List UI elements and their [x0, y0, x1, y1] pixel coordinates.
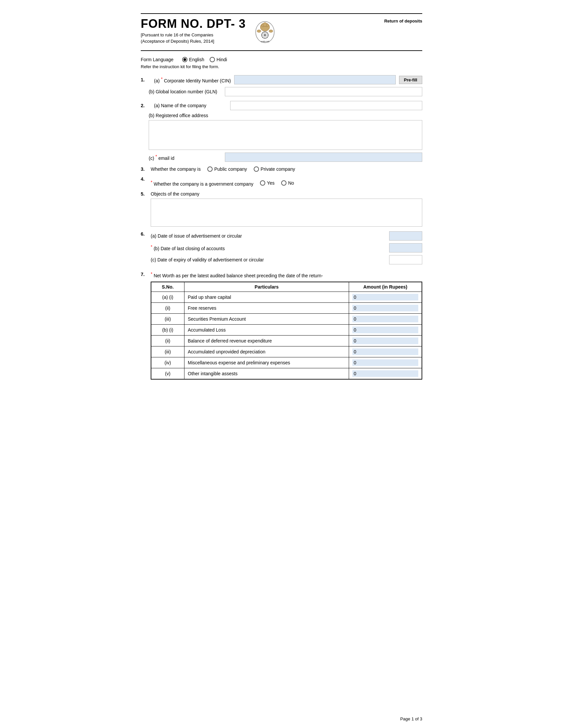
section-6-row: 6. (a) Date of issue of advertisement or…	[141, 231, 422, 267]
section-2b-block: (b) Registered office address	[149, 113, 422, 150]
table-row: (a) (i) Paid up share capital	[151, 292, 422, 303]
amount-input-4[interactable]	[352, 338, 418, 344]
section-1a-label: (a) * Corporate Identity Number (CIN)	[154, 76, 231, 83]
amount-input-0[interactable]	[352, 294, 418, 300]
section-7-content: * Net Worth as per the latest audited ba…	[151, 272, 422, 380]
date-closing-input[interactable]	[389, 243, 422, 252]
amount-input-1[interactable]	[352, 305, 418, 311]
cell-amount[interactable]	[349, 368, 422, 379]
header-left: FORM NO. DPT- 3 [Pursuant to rule 16 of …	[141, 17, 278, 47]
cell-sno: (ii)	[151, 336, 184, 346]
date-expiry-input[interactable]	[389, 255, 422, 264]
date-issue-input[interactable]	[389, 231, 422, 241]
section-2a-row: 2. (a) Name of the company	[141, 101, 422, 110]
cell-amount[interactable]	[349, 303, 422, 314]
cell-amount[interactable]	[349, 336, 422, 346]
section-5-content: Objects of the company	[151, 191, 422, 227]
section-1b-row: (b) Global location number (GLN)	[149, 87, 422, 96]
svg-text:सत्यमेव जयते: सत्यमेव जयते	[260, 40, 270, 43]
svg-point-12	[257, 30, 261, 32]
amount-input-6[interactable]	[352, 359, 418, 366]
radio-hindi[interactable]: Hindi	[210, 57, 227, 62]
amount-input-7[interactable]	[352, 370, 418, 377]
registered-address-textarea[interactable]	[149, 120, 422, 150]
radio-hindi-circle[interactable]	[210, 57, 215, 62]
gln-input[interactable]	[225, 87, 422, 96]
section-2b-label: (b) Registered office address	[149, 113, 208, 118]
radio-public-company[interactable]: Public company	[207, 166, 247, 172]
company-name-input[interactable]	[230, 101, 422, 110]
section-6a-row: (a) Date of issue of advertisement or ci…	[151, 231, 422, 241]
cell-sno: (ii)	[151, 303, 184, 314]
page-of-label: of	[415, 716, 419, 721]
objects-textarea[interactable]	[151, 199, 422, 227]
page-label: Page	[400, 716, 410, 721]
section-5-row: 5. Objects of the company	[141, 191, 422, 227]
section-1: 1. (a) * Corporate Identity Number (CIN)…	[141, 75, 422, 96]
cell-particulars: Securities Premium Account	[184, 314, 349, 325]
cell-amount[interactable]	[349, 346, 422, 357]
cell-sno: (iii)	[151, 314, 184, 325]
cell-amount[interactable]	[349, 325, 422, 336]
cell-sno: (iv)	[151, 357, 184, 368]
radio-public-label: Public company	[214, 166, 247, 172]
radio-english[interactable]: English	[182, 57, 204, 62]
cell-particulars: Accumulated Loss	[184, 325, 349, 336]
amount-input-3[interactable]	[352, 327, 418, 333]
form-language-row: Form Language English Hindi	[141, 57, 422, 62]
table-row: (iii) Securities Premium Account	[151, 314, 422, 325]
prefill-button[interactable]: Pre-fill	[399, 76, 422, 84]
radio-yes-label: Yes	[267, 180, 274, 186]
section-3-label: Whether the company is	[151, 166, 201, 172]
cell-particulars: Paid up share capital	[184, 292, 349, 303]
return-deposits-label: Return of deposits	[384, 17, 422, 23]
cin-input[interactable]	[234, 75, 396, 84]
table-body: (a) (i) Paid up share capital (ii) Free …	[151, 292, 422, 379]
email-input[interactable]	[225, 153, 422, 162]
section-7-row: 7. * Net Worth as per the latest audited…	[141, 272, 422, 380]
section-6b-row: * (b) Date of last closing of accounts	[151, 243, 422, 252]
cell-sno: (a) (i)	[151, 292, 184, 303]
cell-particulars: Free reserves	[184, 303, 349, 314]
section-5-num: 5.	[141, 191, 149, 197]
cell-amount[interactable]	[349, 314, 422, 325]
form-page: FORM NO. DPT- 3 [Pursuant to rule 16 of …	[124, 0, 439, 728]
emblem-svg: सत्यमेव जयते	[252, 17, 278, 47]
table-row: (ii) Free reserves	[151, 303, 422, 314]
radio-no-label: No	[288, 180, 294, 186]
cell-amount[interactable]	[349, 292, 422, 303]
table-row: (ii) Balance of deferred revenue expendi…	[151, 336, 422, 346]
amount-input-5[interactable]	[352, 348, 418, 355]
section-4-num: 4.	[141, 176, 149, 182]
table-row: (iv) Miscellaneous expense and prelimina…	[151, 357, 422, 368]
radio-no[interactable]: No	[281, 180, 294, 186]
svg-point-4	[263, 23, 267, 26]
section-3-row: 3. Whether the company is Public company…	[141, 166, 422, 172]
page-num: 1	[411, 716, 414, 721]
section-6c-label: (c) Date of expiry of validity of advert…	[151, 257, 386, 262]
section-1b-label: (b) Global location number (GLN)	[149, 89, 221, 94]
section-6-content: (a) Date of issue of advertisement or ci…	[151, 231, 422, 267]
radio-private-circle[interactable]	[254, 166, 259, 172]
amount-input-2[interactable]	[352, 316, 418, 322]
radio-private-company[interactable]: Private company	[254, 166, 295, 172]
section-4-label: * Whether the company is a government co…	[151, 180, 253, 187]
cell-particulars: Other intangible assests	[184, 368, 349, 379]
section-2a-label: (a) Name of the company	[154, 103, 227, 108]
radio-yes[interactable]: Yes	[260, 180, 274, 186]
page-footer: Page 1 of 3	[400, 716, 422, 721]
radio-public-circle[interactable]	[207, 166, 212, 172]
section-5: 5. Objects of the company	[141, 191, 422, 227]
radio-no-circle[interactable]	[281, 180, 287, 186]
col-sno-header: S.No.	[151, 282, 184, 292]
cell-amount[interactable]	[349, 357, 422, 368]
section-1a-row: 1. (a) * Corporate Identity Number (CIN)…	[141, 75, 422, 84]
col-particulars-header: Particulars	[184, 282, 349, 292]
cell-sno: (v)	[151, 368, 184, 379]
radio-yes-circle[interactable]	[260, 180, 265, 186]
radio-english-circle[interactable]	[182, 57, 187, 62]
section-6a-label: (a) Date of issue of advertisement or ci…	[151, 233, 386, 239]
section-7-label: * Net Worth as per the latest audited ba…	[151, 273, 323, 278]
header-text-block: FORM NO. DPT- 3 [Pursuant to rule 16 of …	[141, 17, 246, 45]
net-worth-table-container: S.No. Particulars Amount (in Rupees) (a)…	[151, 282, 422, 380]
